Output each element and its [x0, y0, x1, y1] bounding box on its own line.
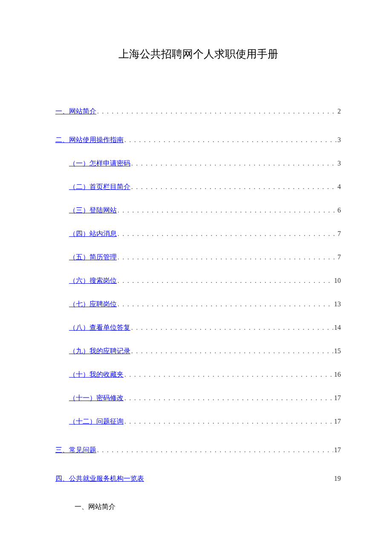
toc-entry: （九）我的应聘记录15 — [55, 347, 341, 356]
toc-dots — [117, 277, 333, 285]
toc-entry: （七）应聘岗位13 — [55, 300, 341, 309]
toc-entry: （六）搜索岗位10 — [55, 276, 341, 285]
toc-link[interactable]: 一、网站简介 — [55, 107, 96, 116]
toc-dots — [130, 324, 333, 331]
toc-dots — [117, 254, 337, 261]
toc-page-number: 3 — [337, 136, 341, 144]
toc-link[interactable]: （二）首页栏目简介 — [69, 183, 130, 192]
toc-page-number: 4 — [337, 183, 341, 191]
toc-dots — [124, 371, 333, 378]
toc-entry: （二）首页栏目简介4 — [55, 183, 341, 192]
toc-dots — [124, 395, 333, 402]
toc-link[interactable]: （七）应聘岗位 — [69, 300, 117, 309]
toc-link[interactable]: （十二）问题征询 — [69, 417, 124, 426]
toc-dots — [96, 108, 337, 115]
toc-dots — [130, 183, 337, 191]
toc-entry: 一、网站简介2 — [55, 107, 341, 116]
toc-dots — [96, 447, 333, 454]
toc-entry: （十二）问题征询17 — [55, 417, 341, 426]
toc-dots — [117, 207, 337, 214]
toc-entry: 二、网站使用操作指南3 — [55, 136, 341, 145]
table-of-contents: 一、网站简介2二、网站使用操作指南3（一）怎样申请密码3（二）首页栏目简介4（三… — [55, 107, 341, 483]
toc-dots — [117, 301, 333, 308]
toc-dots — [124, 418, 333, 425]
toc-dots — [124, 137, 337, 144]
toc-link[interactable]: （四）站内消息 — [69, 230, 117, 238]
toc-dots — [130, 348, 333, 355]
toc-link[interactable]: （三）登陆网站 — [69, 206, 117, 215]
toc-entry: （一）怎样申请密码3 — [55, 159, 341, 168]
toc-link[interactable]: （十一）密码修改 — [69, 394, 124, 403]
toc-link[interactable]: （一）怎样申请密码 — [69, 159, 130, 168]
toc-link[interactable]: （六）搜索岗位 — [69, 276, 117, 285]
toc-page-number: 16 — [333, 371, 341, 378]
toc-entry: 三、常见问题17 — [55, 446, 341, 455]
toc-entry: （四）站内消息7 — [55, 230, 341, 238]
toc-link[interactable]: 四、公共就业服务机构一览表 — [55, 474, 144, 483]
toc-entry: （五）简历管理7 — [55, 253, 341, 262]
toc-page-number: 10 — [333, 277, 341, 285]
toc-page-number: 2 — [337, 108, 341, 115]
toc-link[interactable]: （十）我的收藏夹 — [69, 370, 124, 379]
toc-page-number: 15 — [333, 347, 341, 355]
section-heading: 一、网站简介 — [55, 503, 341, 511]
toc-link[interactable]: 三、常见问题 — [55, 446, 96, 455]
toc-link[interactable]: （八）查看单位答复 — [69, 323, 130, 332]
toc-entry: （八）查看单位答复14 — [55, 323, 341, 332]
toc-dots — [117, 230, 337, 238]
toc-entry: 四、公共就业服务机构一览表19 — [55, 474, 341, 483]
toc-link[interactable]: 二、网站使用操作指南 — [55, 136, 124, 145]
toc-page-number: 17 — [333, 446, 341, 454]
document-title: 上海公共招聘网个人求职使用手册 — [55, 47, 341, 61]
toc-link[interactable]: （九）我的应聘记录 — [69, 347, 130, 356]
toc-page-number: 14 — [333, 324, 341, 331]
toc-entry: （十）我的收藏夹16 — [55, 370, 341, 379]
toc-page-number: 3 — [337, 160, 341, 167]
toc-page-number: 7 — [337, 230, 341, 238]
toc-page-number: 17 — [333, 418, 341, 425]
toc-entry: （三）登陆网站6 — [55, 206, 341, 215]
toc-page-number: 13 — [333, 300, 341, 308]
toc-page-number: 19 — [333, 475, 341, 482]
toc-dots — [130, 160, 337, 167]
toc-page-number: 17 — [333, 394, 341, 402]
toc-entry: （十一）密码修改17 — [55, 394, 341, 403]
document-page: 上海公共招聘网个人求职使用手册 一、网站简介2二、网站使用操作指南3（一）怎样申… — [0, 0, 392, 511]
toc-link[interactable]: （五）简历管理 — [69, 253, 117, 262]
toc-page-number: 6 — [337, 206, 341, 214]
toc-page-number: 7 — [337, 253, 341, 261]
